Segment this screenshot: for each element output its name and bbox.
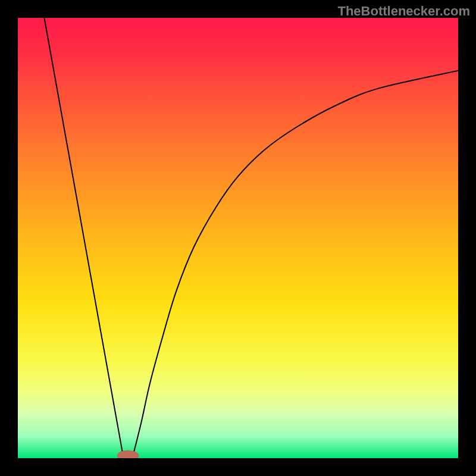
attribution-label: TheBottlenecker.com bbox=[337, 4, 470, 19]
chart-svg bbox=[18, 18, 458, 458]
plot-area bbox=[18, 18, 458, 458]
chart-outer-frame: TheBottlenecker.com bbox=[0, 0, 476, 476]
